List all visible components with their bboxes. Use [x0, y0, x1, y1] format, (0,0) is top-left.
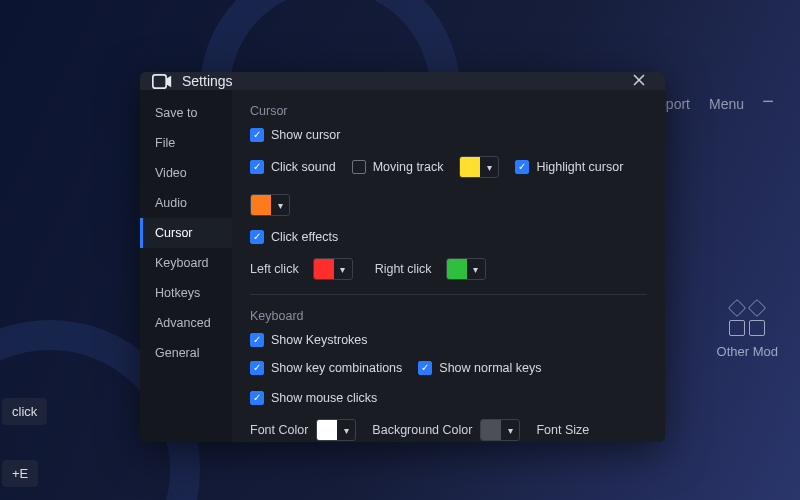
chk-label: Show mouse clicks: [271, 391, 377, 405]
sidebar-item-file[interactable]: File: [140, 128, 232, 158]
bg-chip-click: click: [2, 398, 47, 425]
checkbox-icon: [352, 160, 366, 174]
chevron-down-icon: [501, 425, 519, 436]
sidebar-item-cursor[interactable]: Cursor: [140, 218, 232, 248]
checkbox-icon: [250, 333, 264, 347]
right-click-label: Right click: [375, 262, 432, 276]
checkbox-icon: [250, 230, 264, 244]
bg-chip-shortcut: +E: [2, 460, 38, 487]
chk-label: Click sound: [271, 160, 336, 174]
chevron-down-icon: [334, 264, 352, 275]
close-button[interactable]: [625, 72, 653, 90]
bg-color-label: Background Color: [372, 423, 472, 437]
app-icon: [152, 74, 172, 89]
sidebar-item-keyboard[interactable]: Keyboard: [140, 248, 232, 278]
color-moving-track[interactable]: [459, 156, 499, 178]
color-left-click[interactable]: [313, 258, 353, 280]
sidebar-item-advanced[interactable]: Advanced: [140, 308, 232, 338]
chk-label: Click effects: [271, 230, 338, 244]
bg-other-mode: Other Mod: [717, 300, 778, 359]
checkbox-icon: [515, 160, 529, 174]
color-highlight-cursor[interactable]: [250, 194, 290, 216]
color-swatch: [460, 156, 480, 178]
color-right-click[interactable]: [446, 258, 486, 280]
chk-show-keystrokes[interactable]: Show Keystrokes: [250, 333, 368, 347]
color-swatch: [447, 258, 467, 280]
chk-highlight-cursor[interactable]: Highlight cursor: [515, 160, 623, 174]
color-swatch: [251, 194, 271, 216]
chk-moving-track[interactable]: Moving track: [352, 160, 444, 174]
checkbox-icon: [250, 160, 264, 174]
bg-menu-label: Menu: [709, 96, 744, 112]
chk-label: Show cursor: [271, 128, 340, 142]
settings-sidebar: Save to File Video Audio Cursor Keyboard…: [140, 90, 232, 442]
chevron-down-icon: [337, 425, 355, 436]
settings-modal: Settings Save to File Video Audio Cursor…: [140, 72, 665, 442]
titlebar: Settings: [140, 72, 665, 90]
settings-pane: Cursor Show cursor Click sound Moving tr…: [232, 90, 665, 442]
checkbox-icon: [250, 128, 264, 142]
chk-label: Show key combinations: [271, 361, 402, 375]
chk-click-effects[interactable]: Click effects: [250, 230, 338, 244]
left-click-label: Left click: [250, 262, 299, 276]
chk-label: Highlight cursor: [536, 160, 623, 174]
chk-show-cursor[interactable]: Show cursor: [250, 128, 340, 142]
font-size-label: Font Size: [536, 423, 589, 437]
chevron-down-icon: [480, 162, 498, 173]
chevron-down-icon: [467, 264, 485, 275]
chk-show-normal-keys[interactable]: Show normal keys: [418, 361, 541, 375]
svg-rect-0: [153, 74, 166, 87]
sidebar-item-video[interactable]: Video: [140, 158, 232, 188]
chk-label: Show normal keys: [439, 361, 541, 375]
bg-minimize-icon: −: [762, 90, 774, 113]
chk-click-sound[interactable]: Click sound: [250, 160, 336, 174]
sidebar-item-audio[interactable]: Audio: [140, 188, 232, 218]
color-swatch: [481, 419, 501, 441]
color-swatch: [314, 258, 334, 280]
sidebar-item-general[interactable]: General: [140, 338, 232, 368]
checkbox-icon: [418, 361, 432, 375]
section-title-keyboard: Keyboard: [250, 309, 647, 323]
color-font[interactable]: [316, 419, 356, 441]
bg-other-label: Other Mod: [717, 344, 778, 359]
checkbox-icon: [250, 391, 264, 405]
checkbox-icon: [250, 361, 264, 375]
sidebar-item-hotkeys[interactable]: Hotkeys: [140, 278, 232, 308]
chk-label: Moving track: [373, 160, 444, 174]
font-color-label: Font Color: [250, 423, 308, 437]
close-icon: [633, 74, 645, 86]
section-title-cursor: Cursor: [250, 104, 647, 118]
color-swatch: [317, 419, 337, 441]
chevron-down-icon: [271, 200, 289, 211]
chk-label: Show Keystrokes: [271, 333, 368, 347]
divider: [250, 294, 647, 295]
modal-title: Settings: [182, 73, 233, 89]
color-bg[interactable]: [480, 419, 520, 441]
chk-show-combos[interactable]: Show key combinations: [250, 361, 402, 375]
sidebar-item-save-to[interactable]: Save to: [140, 98, 232, 128]
chk-show-mouse-clicks[interactable]: Show mouse clicks: [250, 391, 377, 405]
